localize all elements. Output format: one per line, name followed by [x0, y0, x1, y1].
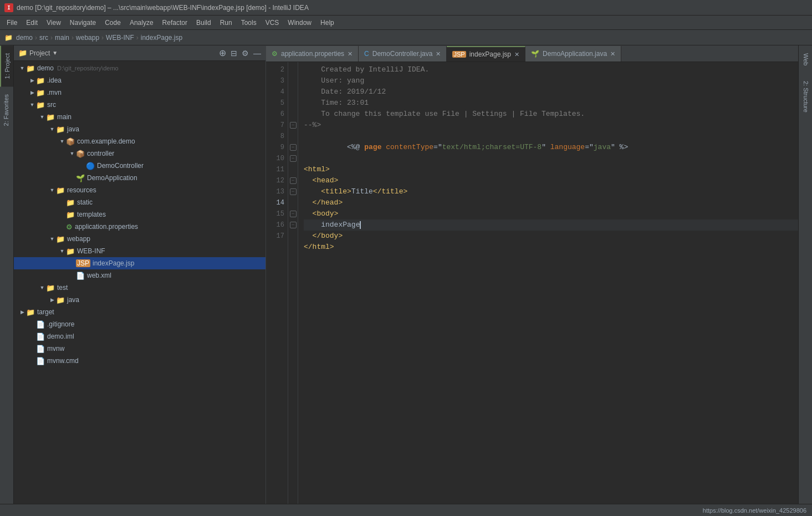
breadcrumb-item-demo[interactable]: demo — [16, 34, 33, 42]
tree-item-idea[interactable]: ▶ 📁 .idea — [14, 74, 265, 86]
project-panel-title: Project — [29, 49, 50, 57]
fold-icon[interactable]: − — [290, 122, 297, 129]
breadcrumb-item-src[interactable]: src — [39, 34, 48, 42]
breadcrumb-item-webapp[interactable]: webapp — [76, 34, 99, 42]
minimize-icon[interactable]: — — [253, 49, 261, 58]
fold-space — [288, 86, 298, 98]
menu-item-build[interactable]: Build — [192, 18, 216, 28]
tree-item-web-inf[interactable]: ▼ 📁 WEB-INF — [14, 245, 265, 257]
expand-arrow: ▶ — [48, 297, 56, 303]
fold-btn-7[interactable]: − — [288, 120, 298, 131]
fold-btn-13[interactable]: − — [288, 186, 298, 197]
menu-item-file[interactable]: File — [2, 18, 22, 28]
tab-close-icon[interactable]: ✕ — [348, 50, 353, 58]
expand-arrow: ▶ — [18, 309, 26, 315]
tree-label: java — [67, 296, 79, 304]
web-tab[interactable]: Web — [799, 45, 812, 73]
tree-item-static[interactable]: 📁 static — [14, 196, 265, 208]
tree-item-webapp[interactable]: ▼ 📁 webapp — [14, 233, 265, 245]
fold-btn-15[interactable]: − — [288, 208, 298, 219]
fold-icon[interactable]: − — [290, 144, 297, 151]
menu-item-edit[interactable]: Edit — [22, 18, 42, 28]
tree-item-com-example-demo[interactable]: ▼ 📦 com.example.demo — [14, 135, 265, 147]
fold-space — [288, 109, 298, 120]
attr-name: contentType — [386, 143, 433, 151]
fold-btn-12[interactable]: − — [288, 175, 298, 186]
breadcrumb-separator: › — [101, 34, 104, 42]
fold-btn-10[interactable]: − — [288, 153, 298, 164]
tree-item-java[interactable]: ▼ 📁 java — [14, 123, 265, 135]
tab-demoapplication-java[interactable]: 🌱 DemoApplication.java ✕ — [525, 46, 621, 62]
tab-close-icon[interactable]: ✕ — [610, 50, 615, 58]
menu-item-navigate[interactable]: Navigate — [65, 18, 100, 28]
menu-item-refactor[interactable]: Refactor — [158, 18, 192, 28]
menu-item-code[interactable]: Code — [100, 18, 125, 28]
fold-space — [288, 197, 298, 208]
project-dropdown-icon[interactable]: ▼ — [52, 50, 58, 56]
add-icon[interactable]: ⊕ — [219, 48, 226, 58]
tree-item-application-properties[interactable]: ⚙ application.properties — [14, 221, 265, 233]
tree-item-templates[interactable]: 📁 templates — [14, 208, 265, 221]
fold-icon[interactable]: − — [290, 211, 297, 217]
structure-tab[interactable]: 2: Structure — [799, 73, 812, 120]
settings-icon[interactable]: ⚙ — [242, 49, 249, 58]
tree-item-target[interactable]: ▶ 📁 target — [14, 306, 265, 318]
breadcrumb-item-main[interactable]: main — [55, 34, 69, 42]
layout-icon[interactable]: ⊟ — [231, 49, 237, 58]
menu-item-window[interactable]: Window — [283, 18, 316, 28]
tree-item-gitignore[interactable]: 📄 .gitignore — [14, 318, 265, 330]
tree-item-controller[interactable]: ▼ 📦 controller — [14, 147, 265, 160]
fold-space — [288, 75, 298, 86]
folder-icon: 📁 — [46, 113, 55, 121]
tab-application-properties[interactable]: ⚙ application.properties ✕ — [266, 46, 359, 62]
tree-item-mvnw[interactable]: 📄 mvnw — [14, 343, 265, 355]
app-icon: I — [4, 3, 13, 12]
tree-item-test[interactable]: ▼ 📁 test — [14, 282, 265, 294]
tree-item-indexpage-jsp[interactable]: JSP indexPage.jsp — [14, 257, 265, 269]
tree-item-src[interactable]: ▼ 📁 src — [14, 99, 265, 111]
tree-item-demo-iml[interactable]: 📄 demo.iml — [14, 330, 265, 343]
tree-item-resources[interactable]: ▼ 📁 resources — [14, 184, 265, 196]
tab-label: DemoController.java — [372, 50, 433, 58]
fold-btn-16[interactable]: − — [288, 219, 298, 231]
tree-item-test-java[interactable]: ▶ 📁 java — [14, 294, 265, 306]
project-panel: 📁 Project ▼ ⊕ ⊟ ⚙ — ▼ 📁 demo D:\git_repo… — [14, 45, 266, 504]
menu-item-help[interactable]: Help — [316, 18, 339, 28]
breadcrumb-item-web-inf[interactable]: WEB-INF — [106, 34, 134, 42]
tree-item-main[interactable]: ▼ 📁 main — [14, 111, 265, 123]
code-area[interactable]: Created by IntelliJ IDEA. User: yang Dat… — [298, 62, 798, 504]
code-line-5: Time: 23:01 — [304, 98, 798, 109]
tab-label: indexPage.jsp — [469, 50, 511, 58]
tree-item-demo-root[interactable]: ▼ 📁 demo D:\git_repository\demo — [14, 62, 265, 74]
fold-icon[interactable]: − — [290, 188, 297, 195]
tree-item-democontroller[interactable]: 🔵 DemoController — [14, 160, 265, 172]
jsp-bracket: <%@ — [347, 143, 364, 151]
menu-item-view[interactable]: View — [42, 18, 65, 28]
menu-item-vcs[interactable]: VCS — [261, 18, 284, 28]
tab-close-icon[interactable]: ✕ — [514, 51, 519, 58]
folder-icon: 📁 — [66, 247, 75, 256]
line-num: 6 — [266, 109, 284, 120]
project-tab[interactable]: 1: Project — [0, 45, 13, 86]
tab-democontroller-java[interactable]: C DemoController.java ✕ — [359, 46, 447, 62]
menu-item-tools[interactable]: Tools — [237, 18, 261, 28]
menu-item-run[interactable]: Run — [216, 18, 237, 28]
folder-icon: 📁 — [66, 211, 75, 219]
fold-btn-9[interactable]: − — [288, 142, 298, 153]
tree-item-web-xml[interactable]: 📄 web.xml — [14, 269, 265, 282]
file-icon: 📄 — [36, 357, 45, 365]
menu-item-analyze[interactable]: Analyze — [125, 18, 158, 28]
fold-icon[interactable]: − — [290, 177, 297, 184]
tree-item-mvnw-cmd[interactable]: 📄 mvnw.cmd — [14, 355, 265, 367]
line-num: 7 — [266, 120, 284, 131]
tab-indexpage-jsp[interactable]: JSP indexPage.jsp ✕ — [447, 46, 525, 62]
breadcrumb-item-indexpage-jsp[interactable]: indexPage.jsp — [141, 34, 182, 42]
tree-item-mvn[interactable]: ▶ 📁 .mvn — [14, 86, 265, 99]
tree-detail: D:\git_repository\demo — [57, 65, 119, 71]
tab-close-icon[interactable]: ✕ — [436, 50, 441, 58]
favorites-tab[interactable]: 2: Favorites — [0, 86, 13, 134]
tree-item-demoapplication[interactable]: 🌱 DemoApplication — [14, 172, 265, 184]
tree-label: main — [57, 113, 72, 121]
fold-icon[interactable]: − — [290, 155, 297, 162]
fold-icon[interactable]: − — [290, 222, 297, 228]
